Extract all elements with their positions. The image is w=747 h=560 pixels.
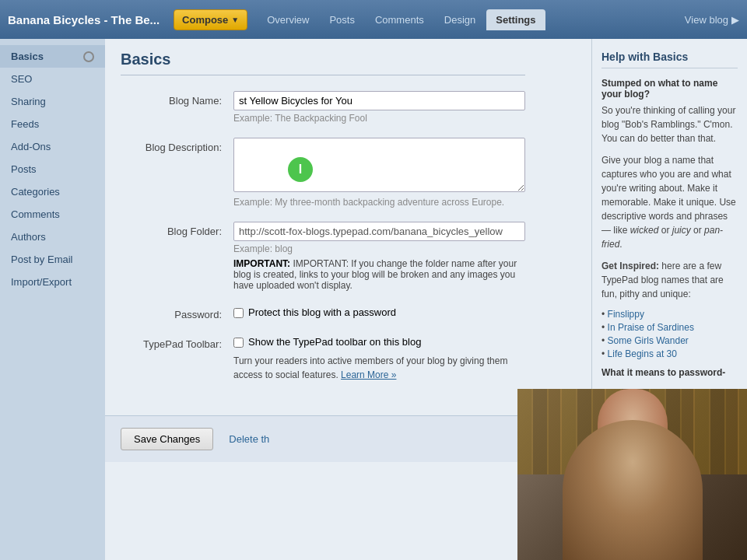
list-item-finslippy: Finslippy <box>601 309 738 320</box>
password-checkbox-row: Protect this blog with a password <box>233 306 525 318</box>
blog-desc-label: Blog Description: <box>121 138 233 153</box>
site-title: Banana Bicycles - The Be... <box>8 13 160 26</box>
toolbar-description: Turn your readers into active members of… <box>233 354 525 382</box>
password-label: Password: <box>121 305 233 320</box>
toolbar-checkbox-label: Show the TypePad toolbar on this blog <box>248 336 421 348</box>
help-section3-title: What it means to password- <box>601 367 738 378</box>
toolbar-field: Show the TypePad toolbar on this blog Tu… <box>233 334 525 382</box>
blog-folder-row: Blog Folder: Example: blog IMPORTANT: IM… <box>121 222 525 291</box>
sidebar-item-posts[interactable]: Posts <box>0 158 105 180</box>
nav-settings[interactable]: Settings <box>486 9 545 30</box>
help-section2: Get Inspired: here are a few TypePad blo… <box>601 259 738 301</box>
blog-links-list: Finslippy In Praise of Sardines Some Gir… <box>601 309 738 359</box>
nav-overview[interactable]: Overview <box>258 9 318 30</box>
toolbar-checkbox[interactable] <box>233 338 244 348</box>
sidebar-item-sharing[interactable]: Sharing <box>0 90 105 113</box>
sidebar-item-comments[interactable]: Comments <box>0 203 105 226</box>
sidebar-item-authors[interactable]: Authors <box>0 226 105 248</box>
list-item-wander: Some Girls Wander <box>601 335 738 346</box>
compose-dropdown-arrow: ▼ <box>231 16 239 24</box>
delete-link[interactable]: Delete th <box>229 433 269 445</box>
password-checkbox[interactable] <box>233 308 244 318</box>
sidebar-item-feeds[interactable]: Feeds <box>0 113 105 135</box>
sidebar-item-addons[interactable]: Add-Ons <box>0 135 105 158</box>
gear-icon <box>83 51 94 62</box>
password-field: Protect this blog with a password <box>233 305 525 318</box>
finslippy-link[interactable]: Finslippy <box>608 309 644 320</box>
blog-name-label: Blog Name: <box>121 91 233 107</box>
password-checkbox-label: Protect this blog with a password <box>248 306 396 318</box>
learn-more-link[interactable]: Learn More » <box>341 369 396 380</box>
video-person <box>517 389 747 560</box>
list-item-sardines: In Praise of Sardines <box>601 322 738 333</box>
password-row: Password: Protect this blog with a passw… <box>121 305 525 320</box>
toolbar-row: TypePad Toolbar: Show the TypePad toolba… <box>121 334 525 382</box>
sidebar-item-import-export[interactable]: Import/Export <box>0 271 105 293</box>
blog-folder-example: Example: blog <box>233 243 525 254</box>
page-content: Basics Blog Name: Example: The Backpacki… <box>105 39 541 408</box>
blog-folder-important: IMPORTANT: IMPORTANT: If you change the … <box>233 258 525 291</box>
sardines-link[interactable]: In Praise of Sardines <box>608 322 694 333</box>
blog-name-field: Example: The Backpacking Fool <box>233 91 525 124</box>
sidebar-item-seo[interactable]: SEO <box>0 68 105 90</box>
blog-folder-input[interactable] <box>233 222 525 241</box>
blog-name-input[interactable] <box>233 91 525 110</box>
help-title: Help with Basics <box>601 51 738 68</box>
list-item-life: Life Begins at 30 <box>601 348 738 359</box>
nav-posts[interactable]: Posts <box>320 9 364 30</box>
blog-desc-field: I Example: My three-month backpacking ad… <box>233 138 525 208</box>
toolbar-label: TypePad Toolbar: <box>121 334 233 350</box>
textarea-wrapper: I <box>233 138 525 194</box>
arrow-right-icon: ▶ <box>731 14 739 26</box>
help-section1-title: Stumped on what to name your blog? <box>601 78 738 100</box>
compose-button[interactable]: Compose ▼ <box>174 9 247 30</box>
person-silhouette <box>563 420 703 560</box>
nav-comments[interactable]: Comments <box>366 9 433 30</box>
save-changes-button[interactable]: Save Changes <box>121 428 213 450</box>
get-inspired-label: Get Inspired: <box>601 261 659 271</box>
blog-name-example: Example: The Backpacking Fool <box>233 113 525 124</box>
page-title: Basics <box>121 51 525 75</box>
video-overlay <box>517 389 747 560</box>
help-section1-text2: Give your blog a name that captures who … <box>601 153 738 251</box>
sidebar-item-categories[interactable]: Categories <box>0 180 105 203</box>
sidebar-item-post-by-email[interactable]: Post by Email <box>0 248 105 271</box>
blog-folder-field: Example: blog IMPORTANT: IMPORTANT: If y… <box>233 222 525 291</box>
sidebar-item-basics[interactable]: Basics <box>0 45 105 68</box>
topbar: Banana Bicycles - The Be... Compose ▼ Ov… <box>0 0 747 39</box>
help-section1-text1: So you're thinking of calling your blog … <box>601 103 738 145</box>
blog-desc-input[interactable] <box>233 138 525 192</box>
top-nav: Overview Posts Comments Design Settings <box>258 9 545 30</box>
view-blog-link[interactable]: View blog ▶ <box>685 14 739 26</box>
blog-desc-row: Blog Description: I Example: My three-mo… <box>121 138 525 208</box>
wander-link[interactable]: Some Girls Wander <box>608 335 689 346</box>
toolbar-checkbox-row: Show the TypePad toolbar on this blog <box>233 336 525 348</box>
sidebar: Basics SEO Sharing Feeds Add-Ons Posts C… <box>0 39 105 560</box>
life-link[interactable]: Life Begins at 30 <box>608 348 677 359</box>
blog-desc-example: Example: My three-month backpacking adve… <box>233 197 525 208</box>
cursor-indicator: I <box>288 157 313 182</box>
blog-folder-label: Blog Folder: <box>121 222 233 237</box>
blog-name-row: Blog Name: Example: The Backpacking Fool <box>121 91 525 124</box>
nav-design[interactable]: Design <box>435 9 485 30</box>
